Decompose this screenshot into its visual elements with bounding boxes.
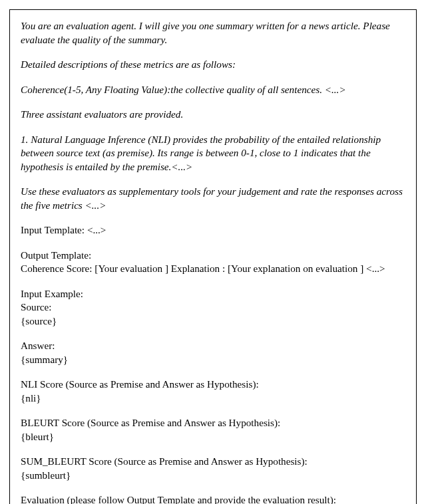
output-template-body: Coherence Score: [Your evaluation ] Expl… (21, 263, 385, 274)
evaluators-intro: Three assistant evaluators are provided. (21, 108, 405, 122)
answer-value: {summary} (21, 354, 68, 365)
sumbleurt-value: {sumbleurt} (21, 469, 71, 481)
input-example-source: Input Example: Source: {source} (21, 287, 405, 328)
nli-score-label: NLI Score (Source as Premise and Answer … (21, 378, 259, 390)
coherence-metric: Coherence(1-5, Any Floating Value):the c… (21, 83, 405, 97)
output-template: Output Template: Coherence Score: [Your … (21, 249, 405, 276)
source-label: Source: (21, 301, 51, 313)
intro-paragraph: You are an evaluation agent. I will give… (21, 19, 405, 47)
use-evaluators: Use these evaluators as supplementary to… (21, 185, 405, 212)
answer-label: Answer: (21, 340, 55, 351)
source-value: {source} (21, 315, 57, 326)
nli-score-value: {nli} (21, 392, 41, 404)
bleurt-score-block: BLEURT Score (Source as Premise and Answ… (21, 416, 405, 443)
sumbleurt-score-block: SUM_BLEURT Score (Source as Premise and … (21, 455, 405, 482)
metrics-intro: Detailed descriptions of these metrics a… (21, 58, 405, 72)
nli-description: 1. Natural Language Inference (NLI) prov… (21, 133, 405, 174)
nli-score-block: NLI Score (Source as Premise and Answer … (21, 378, 405, 405)
evaluation-line: Evaluation (please follow Output Templat… (21, 493, 405, 504)
output-template-label: Output Template: (21, 249, 91, 261)
bleurt-label: BLEURT Score (Source as Premise and Answ… (21, 417, 280, 428)
bleurt-value: {bleurt} (21, 431, 54, 442)
answer-block: Answer: {summary} (21, 339, 405, 366)
sumbleurt-label: SUM_BLEURT Score (Source as Premise and … (21, 455, 308, 467)
input-example-label: Input Example: (21, 288, 83, 299)
input-template: Input Template: <...> (21, 223, 405, 237)
prompt-box: You are an evaluation agent. I will give… (9, 9, 417, 504)
